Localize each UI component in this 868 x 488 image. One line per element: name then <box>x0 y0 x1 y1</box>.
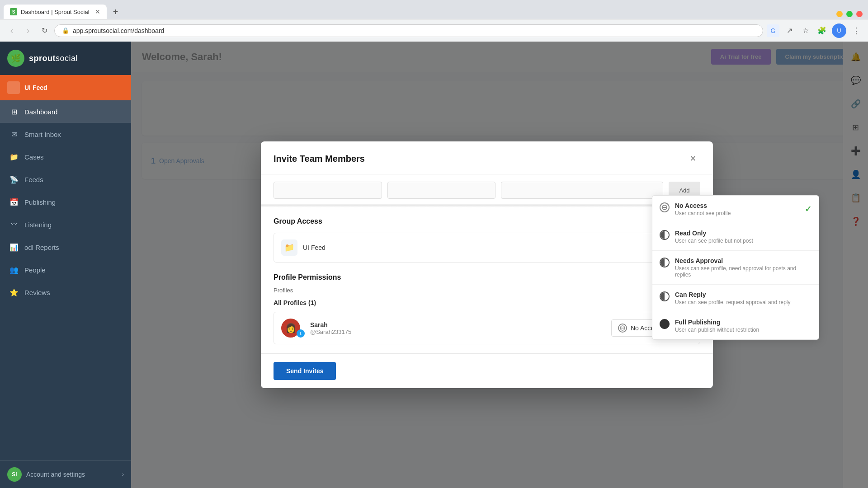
profile-name: Sarah <box>310 321 606 328</box>
sidebar-item-feeds[interactable]: 📡 Feeds <box>0 168 131 191</box>
sidebar-item-label: Smart Inbox <box>24 131 61 138</box>
browser-chrome: S Dashboard | Sprout Social ✕ + ‹ › ↻ 🔒 … <box>0 0 868 42</box>
tab-favicon: S <box>10 8 17 15</box>
twitter-badge: t <box>297 329 305 338</box>
sidebar-item-listening[interactable]: 〰 Listening <box>0 213 131 236</box>
back-button[interactable]: ‹ <box>5 24 18 37</box>
url-text: app.sproutsocial.com/dashboard <box>73 27 164 34</box>
sidebar-footer[interactable]: SI Account and settings › <box>0 460 131 488</box>
profile-permissions-title: Profile Permissions <box>274 273 700 282</box>
browser-nav-bar: ‹ › ↻ 🔒 app.sproutsocial.com/dashboard G… <box>0 19 868 42</box>
browser-profile[interactable]: U <box>832 23 846 38</box>
refresh-button[interactable]: ↻ <box>38 24 51 37</box>
window-controls <box>836 11 868 19</box>
maximize-button[interactable] <box>846 11 853 17</box>
reports-icon: 📊 <box>9 242 19 252</box>
sidebar-item-reports[interactable]: 📊 odl Reports <box>0 236 131 258</box>
role-select-stub[interactable] <box>387 182 496 199</box>
dropdown-item-desc: User can see profile but not post <box>675 238 811 244</box>
sidebar-item-people[interactable]: 👥 People <box>0 258 131 281</box>
dropdown-item-desc: User can publish without restriction <box>675 327 811 333</box>
ui-feed-icon <box>7 81 20 94</box>
smart-inbox-icon: ✉ <box>9 129 19 139</box>
dropdown-item-title: Needs Approval <box>675 257 811 264</box>
profile-permissions-section: Profile Permissions Profiles <box>261 270 713 299</box>
folder-icon: 📁 <box>281 239 297 256</box>
modal-title: Invite Team Members <box>274 154 365 164</box>
lock-icon: 🔒 <box>62 27 69 34</box>
address-bar[interactable]: 🔒 app.sproutsocial.com/dashboard <box>54 24 763 37</box>
sidebar-header: 🌿 sproutsocial <box>0 42 131 75</box>
dropdown-item-title: No Access <box>675 202 799 209</box>
listening-icon: 〰 <box>9 220 19 230</box>
send-invites-button[interactable]: Send Invites <box>274 362 336 380</box>
sidebar-item-label: Publishing <box>24 198 56 206</box>
dropdown-item-desc: User can see profile, request approval a… <box>675 299 811 305</box>
sidebar-nav: ⊞ Dashboard ✉ Smart Inbox 📁 Cases 📡 Feed… <box>0 100 131 460</box>
sidebar-item-dashboard[interactable]: ⊞ Dashboard <box>0 100 131 123</box>
read-only-option-icon <box>660 230 670 240</box>
chevron-right-icon: › <box>122 471 124 478</box>
main-area: Welcome, Sarah! Ai Trial for free Claim … <box>131 42 868 488</box>
sidebar-item-label: Dashboard <box>24 108 57 116</box>
profiles-column-header: Profiles <box>274 287 700 294</box>
form-top-area: Add <box>261 174 713 205</box>
group-access-title: Group Access <box>274 217 700 225</box>
dropdown-item-no-access[interactable]: No Access User cannot see profile ✓ <box>652 196 819 223</box>
people-icon: 👥 <box>9 265 19 275</box>
all-profiles-title: All Profiles (1) <box>274 299 700 306</box>
profile-info: Sarah @Sarah233175 <box>310 321 606 335</box>
permission-select-stub[interactable] <box>501 182 663 199</box>
close-tab-icon[interactable]: ✕ <box>95 8 100 15</box>
modal-footer: Send Invites <box>261 353 713 388</box>
reviews-icon: ⭐ <box>9 287 19 297</box>
group-item: 📁 UI Feed <box>274 233 700 263</box>
dropdown-item-full-publishing[interactable]: Full Publishing User can publish without… <box>652 312 819 339</box>
avatar: SI <box>7 467 22 482</box>
sidebar-item-smart-inbox[interactable]: ✉ Smart Inbox <box>0 123 131 145</box>
sidebar-item-label: Reviews <box>24 289 50 296</box>
browser-extension-google[interactable]: G <box>767 24 779 37</box>
dropdown-item-can-reply[interactable]: Can Reply User can see profile, request … <box>652 285 819 312</box>
dropdown-item-text: Can Reply User can see profile, request … <box>675 291 811 305</box>
browser-bookmark[interactable]: ☆ <box>799 24 812 37</box>
sidebar-item-label: Listening <box>24 221 52 229</box>
sprout-icon: 🌿 <box>7 50 24 67</box>
dropdown-item-text: Needs Approval Users can see profile, ne… <box>675 257 811 278</box>
close-button[interactable] <box>856 11 863 17</box>
sidebar-ui-feed[interactable]: UI Feed <box>0 75 131 100</box>
dropdown-item-read-only[interactable]: Read Only User can see profile but not p… <box>652 223 819 250</box>
full-publishing-option-icon <box>660 319 670 329</box>
browser-extensions[interactable]: 🧩 <box>816 24 828 37</box>
minimize-button[interactable] <box>836 11 843 17</box>
email-input-stub[interactable] <box>274 182 382 199</box>
sidebar-item-label: Cases <box>24 153 44 161</box>
dropdown-item-desc: User cannot see profile <box>675 210 799 216</box>
sidebar-item-publishing[interactable]: 📅 Publishing <box>0 191 131 213</box>
feeds-icon: 📡 <box>9 174 19 184</box>
modal-close-button[interactable]: × <box>686 151 700 166</box>
sidebar-item-label: People <box>24 266 46 274</box>
no-access-icon <box>618 324 627 333</box>
modal-body: Add Group Access 📁 UI Feed Profile Permi… <box>261 174 713 353</box>
group-access-section: Group Access 📁 UI Feed <box>261 207 713 270</box>
browser-extension-share[interactable]: ↗ <box>783 24 796 37</box>
needs-approval-option-icon <box>660 258 670 267</box>
dropdown-item-needs-approval[interactable]: Needs Approval Users can see profile, ne… <box>652 251 819 284</box>
sidebar: 🌿 sproutsocial UI Feed ⊞ Dashboard ✉ Sma… <box>0 42 131 488</box>
sidebar-item-reviews[interactable]: ⭐ Reviews <box>0 281 131 304</box>
ui-feed-label: UI Feed <box>24 84 47 91</box>
new-tab-button[interactable]: + <box>108 5 123 19</box>
all-profiles-section: All Profiles (1) 👩 t Sarah @Sarah233175 <box>261 299 713 353</box>
browser-menu[interactable]: ⋮ <box>850 24 863 37</box>
checkmark-icon: ✓ <box>805 204 811 214</box>
sidebar-item-cases[interactable]: 📁 Cases <box>0 145 131 168</box>
forward-button[interactable]: › <box>22 24 34 37</box>
dropdown-item-title: Full Publishing <box>675 319 811 326</box>
profile-handle: @Sarah233175 <box>310 328 606 335</box>
brand-name: sproutsocial <box>29 54 78 63</box>
cases-icon: 📁 <box>9 152 19 162</box>
sidebar-item-label: odl Reports <box>24 244 59 251</box>
active-tab[interactable]: S Dashboard | Sprout Social ✕ <box>4 5 107 19</box>
invite-team-members-modal: Invite Team Members × Add Group Access <box>261 141 713 388</box>
